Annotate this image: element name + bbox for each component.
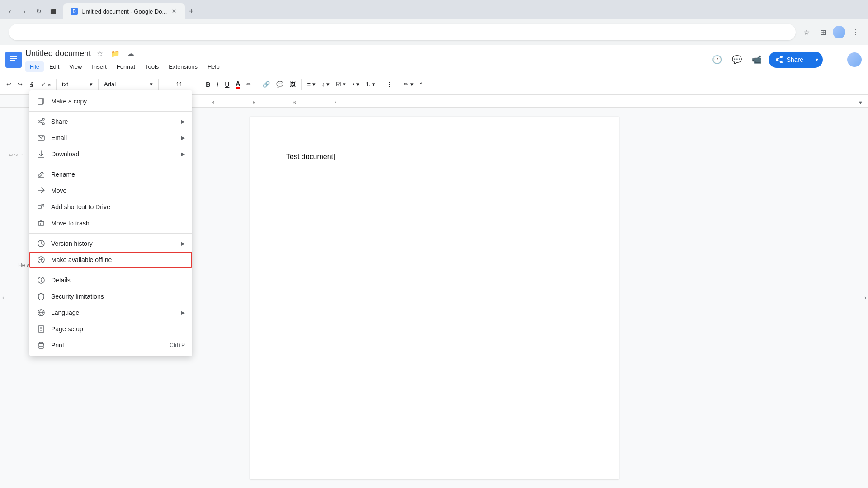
tab-close-button[interactable]: ✕	[170, 8, 178, 15]
doc-content[interactable]: Test document	[286, 153, 583, 161]
download-menu-icon	[37, 150, 46, 159]
svg-rect-3	[10, 56, 17, 57]
docs-title[interactable]: Untitled document	[25, 49, 91, 58]
move-to-folder-button[interactable]: 📁	[109, 47, 122, 60]
link-button[interactable]: 🔗	[260, 77, 273, 92]
right-toggle-button[interactable]: ›	[864, 295, 866, 301]
sidebar-toggle-button[interactable]: ‹	[0, 108, 6, 488]
extensions-button[interactable]: ⬛	[47, 5, 60, 18]
bookmark-button[interactable]: ☆	[799, 25, 814, 39]
menu-item-details[interactable]: Details	[29, 272, 192, 288]
edit-mode-button[interactable]: ✏ ▾	[401, 77, 416, 92]
menu-extensions[interactable]: Extensions	[164, 61, 202, 72]
menu-tools[interactable]: Tools	[141, 61, 163, 72]
more-options-button[interactable]: ⋮	[384, 77, 395, 92]
bullet-list-button[interactable]: • ▾	[349, 77, 362, 92]
svg-rect-16	[39, 221, 43, 226]
menu-item-move[interactable]: Move	[29, 183, 192, 199]
menu-insert[interactable]: Insert	[87, 61, 111, 72]
menu-item-rename[interactable]: Rename	[29, 166, 192, 183]
svg-line-12	[40, 122, 42, 123]
menu-item-add-shortcut[interactable]: Add shortcut to Drive	[29, 199, 192, 215]
share-button[interactable]: Share	[769, 52, 811, 67]
separator-3	[29, 233, 192, 234]
image-button[interactable]: 🖼	[287, 77, 298, 92]
menu-item-print[interactable]: Print Ctrl+P	[29, 337, 192, 353]
spell-check-button[interactable]: ✓a	[38, 77, 53, 92]
gemini-button[interactable]: ✦	[826, 52, 843, 68]
reload-button[interactable]: ↻	[33, 5, 45, 18]
separator-1	[29, 111, 192, 112]
align-button[interactable]: ≡ ▾	[304, 77, 318, 92]
forward-button[interactable]: ›	[18, 5, 31, 18]
menu-item-make-offline[interactable]: Make available offline	[29, 252, 192, 268]
extensions-grid-button[interactable]: ⊞	[816, 25, 830, 39]
menu-item-language[interactable]: Language ▶	[29, 305, 192, 321]
menu-help[interactable]: Help	[203, 61, 224, 72]
profile-button[interactable]	[832, 25, 846, 39]
star-button[interactable]: ☆	[94, 47, 106, 60]
address-input[interactable]	[9, 24, 796, 40]
docs-profile-avatar	[847, 52, 862, 67]
doc-text-content: Test document	[286, 153, 333, 160]
menu-item-email[interactable]: Email ▶	[29, 130, 192, 146]
svg-rect-32	[39, 342, 43, 343]
download-menu-label: Download	[51, 150, 175, 158]
font-size-decrease-button[interactable]: −	[161, 77, 170, 92]
profile-docs-button[interactable]	[846, 52, 863, 68]
toolbar-sep-3	[158, 79, 159, 90]
page-num-2: 2	[13, 154, 18, 156]
active-tab[interactable]: D Untitled document - Google Do... ✕	[63, 3, 185, 19]
ruler-7: 7	[334, 100, 337, 105]
text-color-button[interactable]: A	[233, 77, 243, 92]
toolbar-sep-5	[257, 79, 257, 90]
file-dropdown-menu: Make a copy Share ▶ Email ▶ Download ▶	[29, 90, 192, 356]
address-bar-area: ☆ ⊞ ⋮	[0, 19, 868, 45]
history-button[interactable]: 🕐	[709, 52, 725, 68]
menu-item-share[interactable]: Share ▶	[29, 113, 192, 130]
numbered-list-button[interactable]: 1. ▾	[363, 77, 378, 92]
svg-point-9	[42, 123, 44, 125]
svg-rect-5	[10, 60, 15, 61]
more-button[interactable]: ⋮	[848, 25, 863, 39]
redo-button[interactable]: ↪	[15, 77, 25, 92]
print-button[interactable]: 🖨	[26, 77, 38, 92]
underline-button[interactable]: U	[222, 77, 232, 92]
make-copy-label: Make a copy	[51, 98, 185, 105]
toolbar-collapse-button[interactable]: ^	[417, 77, 425, 92]
move-menu-label: Move	[51, 187, 185, 194]
comment-inline-button[interactable]: 💬	[274, 77, 286, 92]
comment-button[interactable]: 💬	[729, 52, 745, 68]
back-button[interactable]: ‹	[4, 5, 16, 18]
font-name-dropdown[interactable]: Arial ▾	[101, 77, 156, 92]
menu-format[interactable]: Format	[112, 61, 140, 72]
svg-point-8	[42, 118, 44, 120]
new-tab-button[interactable]: +	[185, 5, 198, 18]
make-copy-icon	[37, 97, 46, 106]
svg-rect-2	[9, 53, 19, 66]
bold-button[interactable]: B	[203, 77, 213, 92]
menu-edit[interactable]: Edit	[45, 61, 64, 72]
menu-item-move-trash[interactable]: Move to trash	[29, 215, 192, 231]
undo-button[interactable]: ↩	[4, 77, 14, 92]
menu-item-security[interactable]: Security limitations	[29, 288, 192, 305]
italic-button[interactable]: I	[214, 77, 221, 92]
docs-menu-bar: File Edit View Insert Format Tools Exten…	[25, 61, 224, 72]
cloud-status-button[interactable]: ☁	[124, 47, 137, 60]
menu-item-version-history[interactable]: Version history ▶	[29, 235, 192, 252]
menu-item-make-copy[interactable]: Make a copy	[29, 93, 192, 109]
highlight-button[interactable]: ✏	[244, 77, 254, 92]
docs-app: Untitled document ☆ 📁 ☁ File Edit View I…	[0, 45, 868, 488]
video-call-button[interactable]: 📹	[749, 52, 765, 68]
ruler-6: 6	[293, 100, 296, 105]
menu-view[interactable]: View	[65, 61, 86, 72]
menu-item-page-setup[interactable]: Page setup	[29, 321, 192, 337]
checklist-button[interactable]: ☑ ▾	[333, 77, 349, 92]
font-size-increase-button[interactable]: +	[189, 77, 198, 92]
menu-file[interactable]: File	[25, 61, 44, 72]
menu-item-download[interactable]: Download ▶	[29, 146, 192, 162]
svg-point-23	[41, 278, 42, 279]
share-dropdown-button[interactable]: ▾	[811, 52, 823, 68]
line-spacing-button[interactable]: ↕ ▾	[319, 77, 332, 92]
format-dropdown[interactable]: txt ▾	[59, 77, 95, 92]
